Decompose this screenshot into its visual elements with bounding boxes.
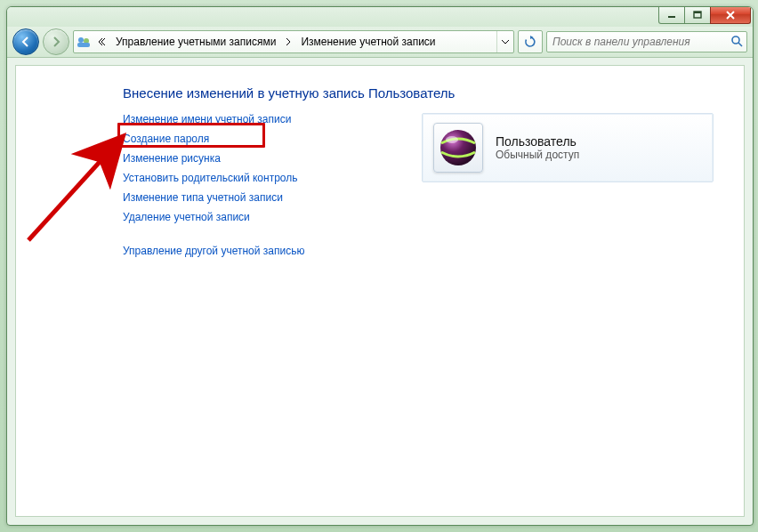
link-change-type[interactable]: Изменение типа учетной записи bbox=[123, 191, 399, 204]
chevron-left-icon[interactable] bbox=[94, 31, 110, 52]
minimize-icon bbox=[667, 11, 676, 20]
minimize-button[interactable] bbox=[658, 6, 685, 24]
content-area: Внесение изменений в учетную запись Поль… bbox=[15, 65, 745, 517]
breadcrumb-seg-1[interactable]: Управление учетными записями bbox=[110, 31, 281, 52]
svg-rect-5 bbox=[77, 43, 90, 47]
link-delete-account[interactable]: Удаление учетной записи bbox=[123, 211, 399, 223]
account-tile[interactable]: Пользователь Обычный доступ bbox=[422, 113, 714, 182]
page-heading: Внесение изменений в учетную запись Поль… bbox=[123, 85, 717, 101]
breadcrumb-seg-2[interactable]: Изменение учетной записи bbox=[295, 31, 440, 52]
svg-point-3 bbox=[78, 37, 84, 43]
link-create-password[interactable]: Создание пароля bbox=[123, 133, 209, 145]
task-list: Изменение имени учетной записи Создание … bbox=[123, 113, 399, 257]
link-change-name[interactable]: Изменение имени учетной записи bbox=[123, 113, 399, 125]
search-icon bbox=[730, 35, 743, 50]
arrow-right-icon bbox=[50, 36, 62, 48]
avatar bbox=[433, 123, 483, 173]
svg-rect-2 bbox=[694, 12, 701, 13]
users-icon bbox=[74, 31, 94, 52]
avatar-icon bbox=[438, 127, 479, 168]
back-button[interactable] bbox=[12, 28, 39, 55]
maximize-button[interactable] bbox=[684, 6, 711, 24]
svg-point-9 bbox=[446, 136, 458, 143]
refresh-icon bbox=[524, 36, 536, 48]
chevron-right-icon[interactable] bbox=[281, 31, 295, 52]
search-box[interactable] bbox=[546, 31, 747, 52]
address-dropdown[interactable] bbox=[496, 31, 513, 52]
title-bar[interactable] bbox=[7, 7, 753, 27]
svg-point-6 bbox=[732, 36, 739, 44]
address-bar[interactable]: Управление учетными записями Изменение у… bbox=[73, 30, 514, 53]
svg-point-8 bbox=[440, 130, 476, 165]
arrow-left-icon bbox=[20, 36, 32, 48]
nav-row: Управление учетными записями Изменение у… bbox=[7, 27, 753, 58]
link-manage-other[interactable]: Управление другой учетной записью bbox=[123, 245, 304, 257]
close-icon bbox=[725, 10, 736, 20]
close-button[interactable] bbox=[710, 6, 751, 24]
control-panel-window: Управление учетными записями Изменение у… bbox=[6, 6, 754, 526]
search-input[interactable] bbox=[551, 35, 727, 49]
chevron-down-icon bbox=[501, 37, 510, 46]
refresh-button[interactable] bbox=[518, 30, 543, 53]
forward-button[interactable] bbox=[43, 28, 69, 55]
link-change-picture[interactable]: Изменение рисунка bbox=[123, 152, 399, 165]
svg-rect-0 bbox=[668, 16, 675, 18]
account-name: Пользователь bbox=[496, 134, 579, 149]
svg-line-7 bbox=[738, 43, 742, 46]
maximize-icon bbox=[693, 11, 702, 20]
account-type: Обычный доступ bbox=[496, 149, 579, 161]
link-parental-controls[interactable]: Установить родительский контроль bbox=[123, 172, 399, 184]
